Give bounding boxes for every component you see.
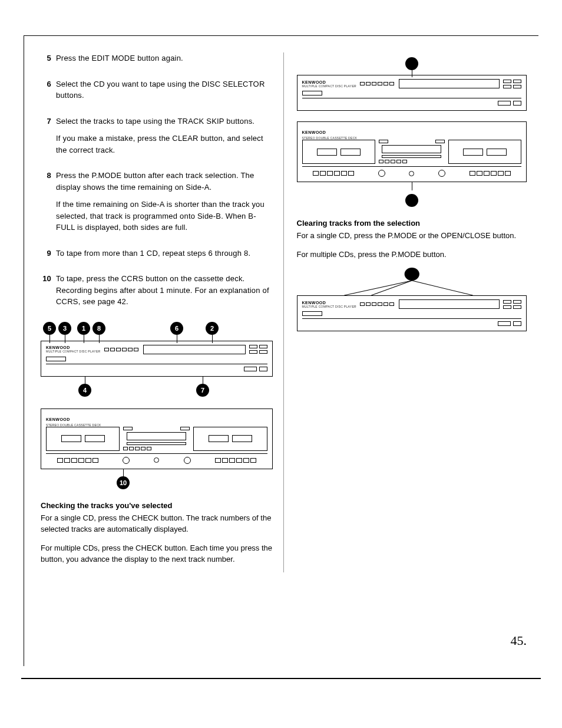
device-brand: KENWOOD	[302, 130, 326, 134]
step-6: 6 Select the CD you want to tape using t…	[41, 78, 273, 107]
callout-dot	[405, 57, 418, 70]
callout-dot: 6	[170, 322, 183, 335]
svg-line-3	[412, 281, 472, 295]
callout-dot: 2	[206, 322, 219, 335]
tape-deck-diagram: KENWOOD STEREO DOUBLE CASSETTE DECK	[41, 409, 273, 490]
device-brand: KENWOOD	[302, 301, 357, 305]
cd-player-diagram: KENWOOD MULTIPLE COMPACT DISC PLAYER	[297, 52, 527, 111]
clearing-heading: Clearing tracks from the selection	[297, 219, 527, 228]
step-number: 8	[41, 170, 56, 239]
step-number: 6	[41, 78, 56, 107]
step-7: 7 Select the tracks to tape using the TR…	[41, 116, 273, 162]
svg-point-0	[404, 268, 419, 281]
tape-deck-diagram: KENWOOD STEREO DOUBLE CASSETTE DECK	[297, 121, 527, 208]
device-brand: KENWOOD	[46, 417, 70, 421]
cd-player-diagram: 5 3 1 8 6 2	[41, 322, 273, 398]
step-text: If the time remaining on Side-A is short…	[56, 199, 273, 233]
callout-dot: 5	[43, 322, 56, 335]
callout-dot: 4	[78, 384, 91, 397]
checking-text: For multiple CDs, press the CHECK button…	[41, 542, 273, 565]
clearing-text: For multiple CDs, press the P.MODE butto…	[297, 249, 527, 261]
step-5: 5 Press the EDIT MODE button again.	[41, 52, 273, 70]
step-text: Select the CD you want to tape using the…	[56, 78, 273, 101]
step-text: Press the EDIT MODE button again.	[56, 52, 273, 64]
step-number: 9	[41, 248, 56, 265]
callout-dot: 7	[196, 384, 209, 397]
step-text: Press the P.MODE button after each track…	[56, 170, 273, 193]
cd-player-diagram: KENWOOD MULTIPLE COMPACT DISC PLAYER	[297, 267, 527, 331]
callout-dot: 8	[92, 322, 105, 335]
device-brand: KENWOOD	[302, 80, 357, 84]
callout-dot	[405, 194, 418, 207]
clearing-text: For a single CD, press the P.MODE or the…	[297, 230, 527, 242]
step-9: 9 To tape from more than 1 CD, repeat st…	[41, 248, 273, 265]
step-8: 8 Press the P.MODE button after each tra…	[41, 170, 273, 239]
step-10: 10 To tape, press the CCRS button on the…	[41, 273, 273, 314]
step-text: If you make a mistake, press the CLEAR b…	[56, 133, 273, 156]
device-brand: KENWOOD	[46, 345, 101, 350]
step-text: To tape from more than 1 CD, repeat step…	[56, 248, 273, 259]
page-number: 45.	[511, 633, 527, 648]
step-number: 7	[41, 116, 56, 162]
device-sublabel: MULTIPLE COMPACT DISC PLAYER	[302, 305, 357, 308]
device-sublabel: MULTIPLE COMPACT DISC PLAYER	[46, 350, 101, 353]
checking-heading: Checking the tracks you've selected	[41, 501, 273, 510]
step-number: 5	[41, 52, 56, 70]
callout-dot: 3	[58, 322, 71, 335]
step-text: Select the tracks to tape using the TRAC…	[56, 116, 273, 127]
device-sublabel: MULTIPLE COMPACT DISC PLAYER	[302, 84, 357, 88]
callout-dot: 1	[77, 322, 90, 335]
step-number: 10	[41, 273, 56, 314]
callout-dot: 10	[117, 476, 130, 489]
checking-text: For a single CD, press the CHECK button.…	[41, 512, 273, 535]
step-text: To tape, press the CCRS button on the ca…	[56, 273, 273, 308]
